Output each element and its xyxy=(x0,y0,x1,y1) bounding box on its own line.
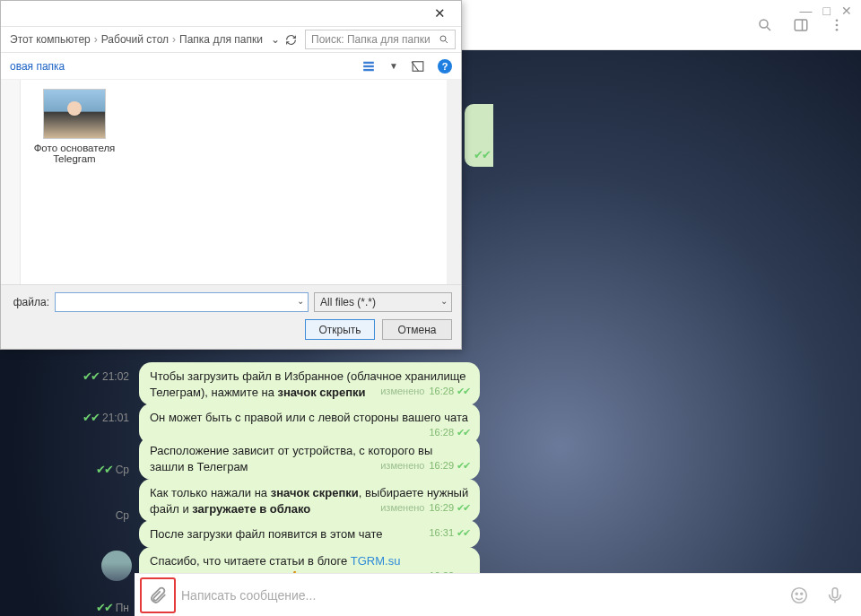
svg-point-7 xyxy=(792,587,807,603)
chat-list-time: ✔✔21:01 xyxy=(83,411,129,424)
message-text: После загрузки файл появится в этом чате xyxy=(150,527,383,541)
breadcrumb[interactable]: Этот компьютер› Рабочий стол› Папка для … xyxy=(1,33,269,46)
file-label: Фото основателя Telegram xyxy=(30,143,119,164)
svg-point-8 xyxy=(796,593,797,594)
dialog-titlebar: ✕ xyxy=(1,1,461,26)
preview-pane-icon[interactable] xyxy=(411,60,425,73)
chevron-down-icon[interactable]: ⌄ xyxy=(297,296,304,306)
svg-point-11 xyxy=(440,36,446,41)
breadcrumb-seg[interactable]: Рабочий стол xyxy=(101,33,169,46)
dialog-file-list[interactable]: Фото основателя Telegram xyxy=(21,80,461,284)
checks-icon: ✔✔ xyxy=(457,526,469,540)
checks-icon: ✔✔ xyxy=(457,501,469,515)
message-input[interactable] xyxy=(181,588,773,603)
paperclip-icon[interactable] xyxy=(148,586,168,605)
path-dropdown-icon[interactable]: ⌄ xyxy=(269,33,282,46)
dialog-close-button[interactable]: ✕ xyxy=(423,4,456,23)
file-thumbnail xyxy=(43,89,106,139)
dialog-search[interactable]: Поиск: Папка для папки xyxy=(305,30,456,49)
message-bubble[interactable]: После загрузки файл появится в этом чате… xyxy=(139,520,480,548)
message-bubble[interactable]: Чтобы загрузить файл в Избранное (облачн… xyxy=(139,362,480,405)
microphone-icon[interactable] xyxy=(825,586,845,605)
file-item[interactable]: Фото основателя Telegram xyxy=(30,89,119,164)
window-minimize[interactable]: — xyxy=(800,4,813,18)
svg-point-0 xyxy=(760,20,768,28)
filter-value: All files (*.*) xyxy=(320,296,376,308)
scrollbar[interactable] xyxy=(447,80,461,284)
svg-rect-13 xyxy=(363,61,374,63)
file-type-filter[interactable]: All files (*.*) ⌄ xyxy=(314,292,452,312)
breadcrumb-seg[interactable]: Папка для папки xyxy=(179,33,263,46)
refresh-icon[interactable] xyxy=(282,34,300,46)
breadcrumb-seg[interactable]: Этот компьютер xyxy=(10,33,91,46)
svg-rect-15 xyxy=(363,68,374,70)
dialog-body: Фото основателя Telegram xyxy=(1,80,461,284)
chevron-down-icon[interactable]: ⌄ xyxy=(440,296,448,306)
more-icon[interactable] xyxy=(829,17,845,33)
file-open-dialog: ✕ Этот компьютер› Рабочий стол› Папка дл… xyxy=(0,0,462,350)
view-mode-icon[interactable] xyxy=(361,60,377,73)
checks-icon: ✔✔ xyxy=(83,369,99,383)
checks-icon: ✔✔ xyxy=(457,459,469,473)
dialog-footer: файла: ⌄ All files (*.*) ⌄ Открыть Отмен… xyxy=(1,284,461,349)
search-placeholder: Поиск: Папка для папки xyxy=(311,33,430,46)
svg-rect-14 xyxy=(363,65,374,66)
filename-label: файла: xyxy=(10,296,49,308)
chat-list-time: ✔✔Ср xyxy=(96,463,129,476)
open-button[interactable]: Открыть xyxy=(305,319,375,340)
svg-rect-10 xyxy=(832,587,838,597)
message-bubble[interactable]: Расположение зависит от устройства, с ко… xyxy=(139,437,480,480)
message-text: Он может быть с правой или с левой сторо… xyxy=(150,411,468,424)
help-icon[interactable]: ? xyxy=(438,59,452,74)
search-icon[interactable] xyxy=(757,17,773,33)
attach-button-highlight xyxy=(140,577,176,613)
chat-list-time: ✔✔21:02 xyxy=(83,369,129,383)
message-input-bar xyxy=(135,573,861,616)
svg-line-12 xyxy=(446,41,448,44)
dialog-toolbar: овая папка ▼ ? xyxy=(1,53,461,80)
dialog-nav: Этот компьютер› Рабочий стол› Папка для … xyxy=(1,26,461,53)
checks-icon: ✔✔ xyxy=(83,411,99,424)
avatar[interactable] xyxy=(101,551,132,581)
message-bubble[interactable]: Как только нажали на значок скрепки, выб… xyxy=(139,479,480,522)
window-maximize[interactable]: □ xyxy=(823,4,831,18)
emoji-icon[interactable] xyxy=(789,586,809,605)
svg-line-1 xyxy=(767,27,770,30)
window-close[interactable]: ✕ xyxy=(841,4,852,18)
window-controls: — □ ✕ xyxy=(800,4,852,18)
filename-input[interactable]: ⌄ xyxy=(55,292,309,312)
checks-icon: ✔✔ xyxy=(457,385,469,398)
cancel-button[interactable]: Отмена xyxy=(382,319,452,340)
chat-list-time: Ср xyxy=(116,509,129,522)
svg-rect-2 xyxy=(795,20,807,30)
search-icon xyxy=(439,34,449,45)
sidepanel-icon[interactable] xyxy=(793,17,809,33)
chat-list-time: ✔✔Пн xyxy=(96,601,129,614)
dialog-sidebar xyxy=(1,80,21,284)
checks-icon: ✔✔ xyxy=(96,601,112,614)
svg-point-5 xyxy=(836,23,839,26)
view-dropdown-icon[interactable]: ▼ xyxy=(389,61,398,71)
svg-point-6 xyxy=(836,28,839,30)
new-folder-link[interactable]: овая папка xyxy=(10,60,65,73)
checks-icon: ✔✔ xyxy=(96,463,112,476)
svg-point-9 xyxy=(801,593,803,594)
svg-point-4 xyxy=(836,19,839,22)
